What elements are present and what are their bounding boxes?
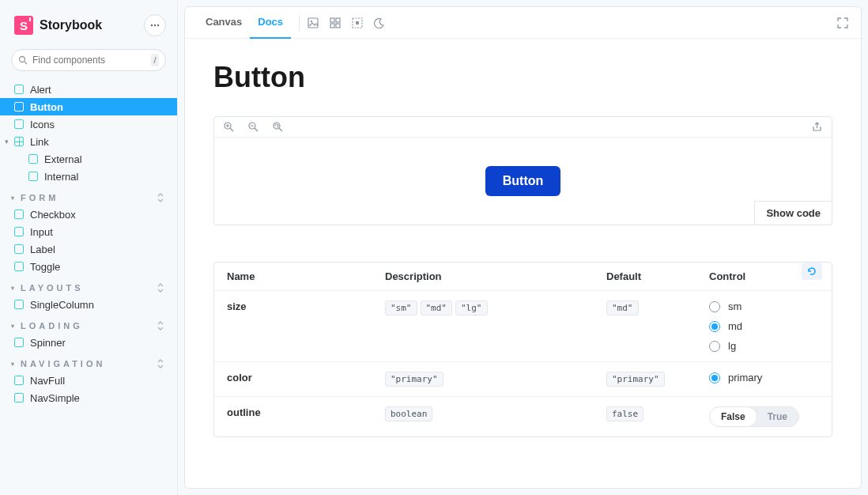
preview-panel: Button Show code: [213, 116, 832, 225]
document-icon: [14, 102, 24, 111]
sidebar-item-label: Alert: [30, 84, 51, 96]
zoom-out-icon[interactable]: [248, 122, 259, 132]
radio-option-primary[interactable]: primary: [709, 372, 819, 384]
search-shortcut: /: [151, 54, 159, 66]
dark-mode-icon[interactable]: [374, 17, 385, 28]
radio-option-sm[interactable]: sm: [709, 300, 819, 312]
sidebar-item-external[interactable]: External: [0, 150, 177, 168]
boolean-toggle[interactable]: FalseTrue: [709, 406, 799, 427]
sidebar-item-checkbox[interactable]: Checkbox: [0, 206, 177, 223]
expand-collapse-icon[interactable]: [157, 359, 164, 368]
sidebar-item-button[interactable]: Button: [0, 98, 177, 115]
sidebar-item-singlecolumn[interactable]: SingleColumn: [0, 296, 177, 313]
document-icon: [14, 227, 24, 236]
reset-controls-button[interactable]: [802, 263, 822, 280]
arg-name: outline: [227, 406, 385, 418]
main-panel: CanvasDocs Button: [184, 6, 862, 489]
radio-icon: [709, 341, 720, 352]
zoom-reset-icon[interactable]: [273, 122, 283, 132]
expand-collapse-icon[interactable]: [157, 283, 164, 293]
zoom-in-icon[interactable]: [224, 122, 234, 132]
type-chip: "md": [421, 300, 453, 316]
document-icon: [14, 393, 24, 402]
col-name: Name: [227, 270, 385, 282]
arg-name: color: [227, 372, 385, 384]
svg-rect-12: [356, 21, 359, 25]
caret-icon: ▾: [11, 285, 17, 292]
image-addon-icon[interactable]: [308, 17, 319, 28]
sidebar-item-alert[interactable]: Alert: [0, 81, 177, 98]
sidebar-item-link[interactable]: ▾Link: [0, 133, 177, 150]
sidebar-item-label: Input: [30, 226, 53, 238]
toggle-false[interactable]: False: [710, 407, 757, 426]
sidebar-item-toggle[interactable]: Toggle: [0, 258, 177, 275]
logo[interactable]: S Storybook: [14, 16, 102, 35]
args-table: Name Description Default Control size"sm…: [213, 262, 832, 437]
sidebar-group-form[interactable]: ▾FORM: [0, 185, 177, 206]
svg-rect-10: [336, 24, 340, 28]
search-input[interactable]: [28, 55, 151, 66]
radio-icon: [709, 372, 720, 384]
sidebar-item-label: Toggle: [30, 261, 60, 273]
svg-point-20: [274, 123, 280, 129]
caret-icon: ▾: [11, 323, 17, 330]
sidebar-item-spinner[interactable]: Spinner: [0, 334, 177, 351]
ellipsis-icon: [150, 21, 160, 30]
tab-canvas[interactable]: Canvas: [198, 7, 250, 39]
sidebar-item-internal[interactable]: Internal: [0, 168, 177, 185]
sidebar-group-layouts[interactable]: ▾LAYOUTS: [0, 275, 177, 296]
sidebar-item-label: External: [44, 153, 82, 165]
grid-addon-icon[interactable]: [330, 17, 341, 28]
sidebar-item-label[interactable]: Label: [0, 240, 177, 258]
sidebar-item-input[interactable]: Input: [0, 223, 177, 240]
default-chip: "primary": [606, 372, 665, 387]
demo-button[interactable]: Button: [485, 166, 561, 196]
type-chip: "lg": [455, 300, 488, 316]
sidebar-item-navfull[interactable]: NavFull: [0, 372, 177, 389]
tab-docs[interactable]: Docs: [250, 7, 291, 39]
sidebar-item-label: Checkbox: [30, 209, 76, 221]
document-icon: [14, 210, 24, 219]
arg-control: FalseTrue: [709, 406, 819, 427]
document-icon: [14, 119, 24, 129]
sidebar-group-loading[interactable]: ▾LOADING: [0, 313, 177, 334]
svg-line-18: [255, 128, 258, 131]
svg-point-6: [311, 20, 312, 21]
radio-label: sm: [728, 300, 742, 312]
share-icon[interactable]: [812, 122, 822, 132]
sidebar-menu-button[interactable]: [144, 14, 166, 36]
app-name: Storybook: [40, 18, 102, 32]
radio-label: primary: [728, 372, 762, 384]
sidebar-item-label: NavFull: [30, 375, 65, 387]
radio-icon: [709, 321, 720, 332]
document-icon: [14, 244, 24, 254]
svg-line-4: [25, 62, 27, 64]
show-code-button[interactable]: Show code: [754, 201, 832, 225]
sidebar-item-label: Spinner: [30, 337, 66, 349]
caret-icon: ▾: [11, 361, 17, 368]
default-chip: false: [606, 406, 643, 421]
col-description: Description: [385, 270, 606, 282]
arg-control: smmdlg: [709, 300, 819, 352]
sidebar-item-icons[interactable]: Icons: [0, 115, 177, 133]
svg-line-21: [279, 128, 282, 131]
arg-description: "primary": [385, 372, 606, 387]
toggle-true[interactable]: True: [757, 407, 798, 426]
outline-addon-icon[interactable]: [352, 17, 363, 28]
radio-option-lg[interactable]: lg: [709, 340, 819, 352]
arg-control: primary: [709, 372, 819, 384]
expand-collapse-icon[interactable]: [157, 193, 164, 202]
args-row-color: color"primary""primary"primary: [214, 361, 832, 396]
sidebar-group-navigation[interactable]: ▾NAVIGATION: [0, 351, 177, 372]
radio-label: md: [728, 320, 742, 332]
search-box[interactable]: /: [11, 49, 166, 71]
sidebar-item-navsimple[interactable]: NavSimple: [0, 389, 177, 406]
preview-toolbar: [214, 117, 832, 138]
fullscreen-button[interactable]: [837, 17, 848, 28]
svg-point-2: [157, 25, 159, 26]
expand-collapse-icon[interactable]: [157, 321, 164, 331]
arg-name: size: [227, 300, 385, 312]
radio-option-md[interactable]: md: [709, 320, 819, 332]
arg-description: "sm""md""lg": [385, 300, 606, 316]
sidebar-item-label: Label: [30, 244, 55, 255]
